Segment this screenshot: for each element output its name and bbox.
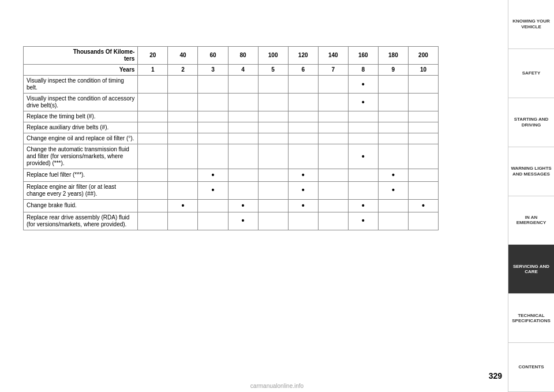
sidebar-item-7[interactable]: CONTENTS — [508, 343, 554, 392]
cell-6-5: • — [288, 169, 318, 182]
cell-6-9 — [408, 169, 438, 182]
cell-2-8 — [378, 111, 408, 122]
cell-7-9 — [408, 181, 438, 199]
cell-5-7: • — [348, 144, 378, 169]
cell-4-4 — [258, 133, 288, 144]
cell-1-8 — [378, 94, 408, 111]
cell-5-6 — [318, 144, 348, 169]
table-row: Replace engine air filter (or at least c… — [24, 181, 439, 199]
cell-5-5 — [288, 144, 318, 169]
dot-icon: • — [422, 201, 425, 210]
cell-6-2: • — [198, 169, 228, 182]
cell-0-6 — [318, 76, 348, 94]
col-header-100: 100 — [258, 47, 288, 65]
cell-5-0 — [138, 144, 168, 169]
dot-icon: • — [392, 185, 395, 195]
watermark: carmanualonline.info — [250, 383, 304, 389]
cell-1-6 — [318, 94, 348, 111]
sidebar-item-4[interactable]: IN AN EMERGENCY — [508, 196, 554, 245]
cell-6-0 — [138, 169, 168, 182]
cell-2-4 — [258, 111, 288, 122]
cell-4-1 — [168, 133, 198, 144]
cell-8-0 — [138, 199, 168, 212]
cell-5-3 — [228, 144, 258, 169]
cell-7-4 — [258, 181, 288, 199]
cell-1-0 — [138, 94, 168, 111]
sidebar-item-5[interactable]: SERVICING AND CARE — [508, 245, 554, 294]
year-header-3: 3 — [198, 65, 228, 76]
dot-icon: • — [242, 201, 245, 210]
cell-3-1 — [168, 122, 198, 133]
cell-9-5 — [288, 212, 318, 230]
row-label-0: Visually inspect the condition of timing… — [24, 76, 138, 94]
year-header-8: 8 — [348, 65, 378, 76]
cell-2-5 — [288, 111, 318, 122]
cell-4-6 — [318, 133, 348, 144]
cell-7-6 — [318, 181, 348, 199]
cell-0-4 — [258, 76, 288, 94]
cell-6-1 — [168, 169, 198, 182]
year-header-6: 6 — [288, 65, 318, 76]
cell-5-4 — [258, 144, 288, 169]
cell-3-8 — [378, 122, 408, 133]
cell-1-5 — [288, 94, 318, 111]
row-label-8: Change brake fluid. — [24, 199, 138, 212]
col-header-160: 160 — [348, 47, 378, 65]
cell-5-8 — [378, 144, 408, 169]
year-header-4: 4 — [228, 65, 258, 76]
cell-0-5 — [288, 76, 318, 94]
sidebar-item-0[interactable]: KNOWING YOUR VEHICLE — [508, 0, 554, 49]
cell-8-1: • — [168, 199, 198, 212]
year-header-9: 9 — [378, 65, 408, 76]
dot-icon: • — [181, 201, 184, 210]
table-row: Visually inspect the condition of access… — [24, 94, 439, 111]
dot-icon: • — [302, 201, 305, 210]
cell-9-8 — [378, 212, 408, 230]
table-row: Change the automatic transmission fluid … — [24, 144, 439, 169]
sidebar-item-1[interactable]: SAFETY — [508, 49, 554, 98]
cell-4-9 — [408, 133, 438, 144]
cell-7-0 — [138, 181, 168, 199]
cell-5-2 — [198, 144, 228, 169]
dot-icon: • — [362, 201, 365, 210]
sidebar-item-3[interactable]: WARNING LIGHTS AND MESSAGES — [508, 147, 554, 196]
sidebar-item-2[interactable]: STARTING AND DRIVING — [508, 98, 554, 147]
table-row: Replace auxiliary drive belts (#). — [24, 122, 439, 133]
cell-2-3 — [228, 111, 258, 122]
cell-1-3 — [228, 94, 258, 111]
row-label-4: Change engine oil and replace oil filter… — [24, 133, 138, 144]
cell-9-7: • — [348, 212, 378, 230]
cell-8-7: • — [348, 199, 378, 212]
cell-8-5: • — [288, 199, 318, 212]
cell-5-1 — [168, 144, 198, 169]
cell-7-8: • — [378, 181, 408, 199]
col-header-20: 20 — [138, 47, 168, 65]
row-label-5: Change the automatic transmission fluid … — [24, 144, 138, 169]
cell-7-5: • — [288, 181, 318, 199]
dot-icon: • — [302, 170, 305, 180]
year-header-1: 1 — [138, 65, 168, 76]
page-number: 329 — [489, 371, 502, 380]
cell-2-1 — [168, 111, 198, 122]
dot-icon: • — [392, 170, 395, 180]
year-header-5: 5 — [258, 65, 288, 76]
cell-9-2 — [198, 212, 228, 230]
cell-9-0 — [138, 212, 168, 230]
cell-1-4 — [258, 94, 288, 111]
page-container: Thousands Of Kilome- ters 20406080100120… — [0, 0, 554, 392]
cell-1-9 — [408, 94, 438, 111]
cell-2-9 — [408, 111, 438, 122]
cell-5-9 — [408, 144, 438, 169]
cell-6-6 — [318, 169, 348, 182]
row-label-9: Replace rear drive assembly (RDA) fluid … — [24, 212, 138, 230]
cell-7-2: • — [198, 181, 228, 199]
cell-2-7 — [348, 111, 378, 122]
years-header: Years — [24, 65, 138, 76]
sidebar-item-6[interactable]: TECHNICAL SPECIFICATIONS — [508, 294, 554, 343]
cell-3-0 — [138, 122, 168, 133]
cell-0-7: • — [348, 76, 378, 94]
year-header-7: 7 — [318, 65, 348, 76]
col-header-200: 200 — [408, 47, 438, 65]
dot-icon: • — [212, 170, 215, 180]
cell-9-1 — [168, 212, 198, 230]
